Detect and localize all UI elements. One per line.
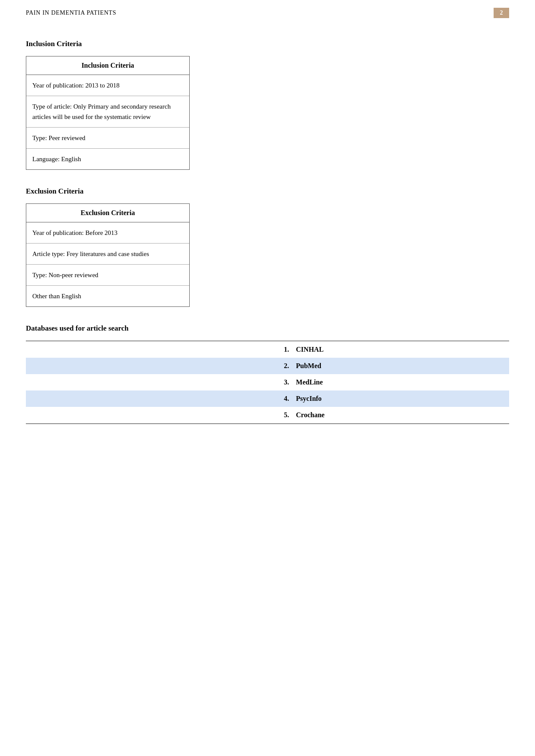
inclusion-row-4: Language: English — [26, 149, 189, 169]
inclusion-criteria-table: Inclusion Criteria Year of publication: … — [26, 56, 190, 170]
exclusion-row-1: Year of publication: Before 2013 — [26, 222, 189, 244]
db-number: 5. — [26, 407, 292, 424]
exclusion-row-3: Type: Non-peer reviewed — [26, 265, 189, 286]
db-name: CINHAL — [292, 341, 509, 358]
inclusion-criteria-heading: Inclusion Criteria — [26, 40, 509, 48]
database-row: 5.Crochane — [26, 407, 509, 424]
exclusion-criteria-heading: Exclusion Criteria — [26, 187, 509, 196]
database-row: 4.PsycInfo — [26, 390, 509, 407]
db-name: Crochane — [292, 407, 509, 424]
page-number: 2 — [494, 8, 509, 18]
db-name: MedLine — [292, 374, 509, 390]
database-row: 1.CINHAL — [26, 341, 509, 358]
inclusion-criteria-section: Inclusion Criteria Inclusion Criteria Ye… — [26, 40, 509, 170]
db-number: 1. — [26, 341, 292, 358]
db-number: 2. — [26, 358, 292, 374]
db-number: 4. — [26, 390, 292, 407]
exclusion-criteria-section: Exclusion Criteria Exclusion Criteria Ye… — [26, 187, 509, 307]
databases-table: 1.CINHAL2.PubMed3.MedLine4.PsycInfo5.Cro… — [26, 341, 509, 424]
page-header: PAIN IN DEMENTIA PATIENTS 2 — [0, 0, 535, 22]
main-content: Inclusion Criteria Inclusion Criteria Ye… — [0, 22, 535, 441]
databases-heading: Databases used for article search — [26, 324, 509, 333]
exclusion-row-4: Other than English — [26, 286, 189, 306]
db-name: PubMed — [292, 358, 509, 374]
document-title: PAIN IN DEMENTIA PATIENTS — [26, 9, 116, 16]
databases-section: Databases used for article search 1.CINH… — [26, 324, 509, 424]
inclusion-row-1: Year of publication: 2013 to 2018 — [26, 75, 189, 96]
inclusion-table-header: Inclusion Criteria — [26, 56, 189, 75]
db-name: PsycInfo — [292, 390, 509, 407]
inclusion-row-3: Type: Peer reviewed — [26, 128, 189, 149]
exclusion-table-header: Exclusion Criteria — [26, 204, 189, 222]
inclusion-row-2: Type of article: Only Primary and second… — [26, 96, 189, 128]
exclusion-row-2: Article type: Frey literatures and case … — [26, 244, 189, 265]
db-number: 3. — [26, 374, 292, 390]
exclusion-criteria-table: Exclusion Criteria Year of publication: … — [26, 203, 190, 307]
database-row: 3.MedLine — [26, 374, 509, 390]
database-row: 2.PubMed — [26, 358, 509, 374]
